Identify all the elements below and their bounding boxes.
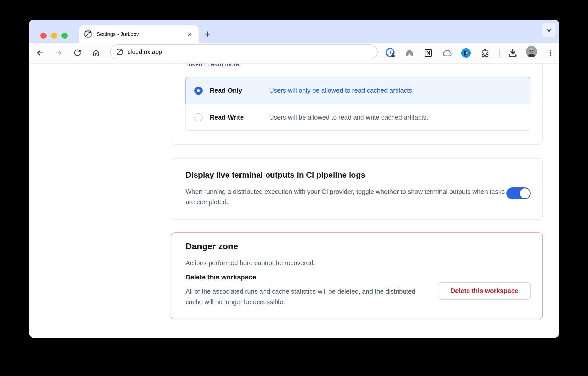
tab-strip: Settings - Juri.dev xyxy=(29,20,559,43)
access-scope-radio-group: Read-Only Users will only be allowed to … xyxy=(185,77,530,131)
read-write-description: Users will be allowed to read and write … xyxy=(269,114,428,121)
terminal-outputs-toggle[interactable] xyxy=(506,187,531,199)
notion-icon: N xyxy=(423,48,434,58)
traffic-zoom-icon[interactable] xyxy=(61,33,68,39)
iq-extension-button[interactable]: IQ xyxy=(460,46,473,59)
active-tab[interactable]: Settings - Juri.dev xyxy=(79,25,199,43)
radio-unselected-icon[interactable] xyxy=(194,113,203,121)
delete-workspace-button[interactable]: Delete this workspace xyxy=(438,282,531,300)
cloud-extension-button[interactable] xyxy=(441,46,454,59)
avatar-photo xyxy=(526,46,537,57)
browser-toolbar: cloud.nx.app N xyxy=(29,43,559,64)
iq-play-icon: IQ xyxy=(460,47,472,59)
mountain-icon xyxy=(404,48,415,58)
onepassword-extension-button[interactable] xyxy=(384,46,397,59)
address-bar[interactable]: cloud.nx.app xyxy=(110,44,378,59)
profile-avatar[interactable] xyxy=(526,46,537,57)
1password-icon xyxy=(385,47,397,59)
token-help-period: . xyxy=(239,64,241,67)
read-only-description: Users will only be allowed to read cache… xyxy=(269,87,414,94)
read-write-label: Read-Write xyxy=(210,114,269,121)
nx-favicon-icon xyxy=(84,30,92,38)
reload-button[interactable] xyxy=(71,46,84,59)
vpn-extension-button[interactable] xyxy=(403,46,416,59)
forward-button[interactable] xyxy=(52,46,65,59)
read-only-label: Read-Only xyxy=(210,87,269,94)
home-button[interactable] xyxy=(90,46,103,59)
cloud-icon xyxy=(442,48,453,58)
delete-workspace-description: All of the associated runs and cache sta… xyxy=(185,286,419,307)
delete-workspace-heading: Delete this workspace xyxy=(185,273,256,281)
terminal-outputs-title: Display live terminal outputs in CI pipe… xyxy=(185,170,365,180)
terminal-outputs-description: When running a distributed execution wit… xyxy=(185,186,507,207)
page-content: token? Learn more. Read-Only Users will … xyxy=(29,64,559,338)
browser-menu-button[interactable] xyxy=(544,46,557,59)
token-help-prefix: token? xyxy=(187,64,207,67)
svg-text:N: N xyxy=(427,50,430,56)
url-text: cloud.nx.app xyxy=(128,49,162,56)
radio-selected-icon[interactable] xyxy=(194,87,203,95)
forward-arrow-icon xyxy=(54,49,63,57)
browser-window: Settings - Juri.dev xyxy=(29,20,559,338)
toolbar-divider xyxy=(499,49,500,57)
traffic-minimize-icon[interactable] xyxy=(51,33,57,39)
danger-zone-card: Danger zone Actions performed here canno… xyxy=(171,232,543,319)
home-icon xyxy=(92,49,100,57)
back-arrow-icon xyxy=(36,49,44,57)
access-token-card: token? Learn more. Read-Only Users will … xyxy=(171,64,543,145)
traffic-close-icon[interactable] xyxy=(40,33,47,39)
tab-title: Settings - Juri.dev xyxy=(97,31,185,37)
downloads-button[interactable] xyxy=(506,46,519,59)
tab-search-button[interactable] xyxy=(542,24,556,37)
download-icon xyxy=(507,48,518,58)
new-tab-button[interactable] xyxy=(203,29,212,39)
read-write-option[interactable]: Read-Write Users will be allowed to read… xyxy=(185,104,530,131)
learn-more-link[interactable]: Learn more xyxy=(207,64,239,67)
danger-zone-subtitle: Actions performed here cannot be recover… xyxy=(185,259,315,267)
tab-close-icon[interactable] xyxy=(185,30,194,38)
toggle-knob xyxy=(520,188,530,198)
svg-text:IQ: IQ xyxy=(465,52,468,54)
token-help-text: token? Learn more. xyxy=(187,64,241,68)
read-only-option[interactable]: Read-Only Users will only be allowed to … xyxy=(185,77,530,104)
reload-icon xyxy=(73,49,82,57)
chevron-down-icon xyxy=(545,27,553,34)
kebab-menu-icon xyxy=(546,48,555,58)
terminal-outputs-card: Display live terminal outputs in CI pipe… xyxy=(171,158,543,220)
puzzle-icon xyxy=(480,48,490,58)
back-button[interactable] xyxy=(34,46,47,59)
nx-site-icon xyxy=(116,48,123,56)
danger-zone-title: Danger zone xyxy=(185,241,238,251)
extensions-button[interactable] xyxy=(478,46,491,59)
notion-extension-button[interactable]: N xyxy=(422,46,435,59)
